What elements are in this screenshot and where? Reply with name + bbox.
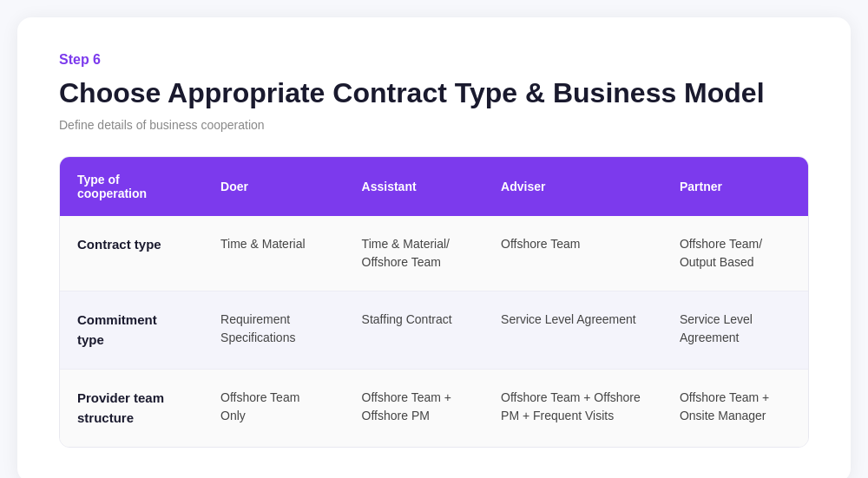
cell-doer-1: Requirement Specifications (203, 291, 345, 370)
table-row: Provider team structureOffshore Team Onl… (60, 370, 808, 448)
main-card: Step 6 Choose Appropriate Contract Type … (17, 17, 851, 478)
cell-partner-0: Offshore Team/ Output Based (662, 216, 808, 291)
cell-adviser-2: Offshore Team + Offshore PM + Frequent V… (483, 370, 662, 448)
cell-adviser-0: Offshore Team (483, 216, 662, 291)
cell-label-2: Provider team structure (60, 370, 203, 448)
col-header-doer: Doer (203, 157, 345, 216)
table-header-row: Type of cooperation Doer Assistant Advis… (60, 157, 808, 216)
cell-partner-2: Offshore Team + Onsite Manager (662, 370, 808, 448)
cell-label-1: Commitment type (60, 291, 203, 370)
cell-doer-0: Time & Material (203, 216, 345, 291)
step-label: Step 6 (59, 52, 809, 68)
table-row: Commitment typeRequirement Specification… (60, 291, 808, 370)
cell-label-0: Contract type (60, 216, 203, 291)
cell-assistant-0: Time & Material/ Offshore Team (345, 216, 484, 291)
cell-assistant-2: Offshore Team + Offshore PM (345, 370, 484, 448)
subtitle: Define details of business cooperation (59, 118, 809, 132)
col-header-cooperation: Type of cooperation (60, 157, 203, 216)
cell-adviser-1: Service Level Agreement (483, 291, 662, 370)
table-row: Contract typeTime & MaterialTime & Mater… (60, 216, 808, 291)
cell-partner-1: Service Level Agreement (662, 291, 808, 370)
col-header-partner: Partner (662, 157, 808, 216)
cell-doer-2: Offshore Team Only (203, 370, 345, 448)
col-header-adviser: Adviser (483, 157, 662, 216)
col-header-assistant: Assistant (345, 157, 484, 216)
page-title: Choose Appropriate Contract Type & Busin… (59, 76, 809, 109)
cooperation-table: Type of cooperation Doer Assistant Advis… (59, 156, 809, 448)
cell-assistant-1: Staffing Contract (345, 291, 484, 370)
